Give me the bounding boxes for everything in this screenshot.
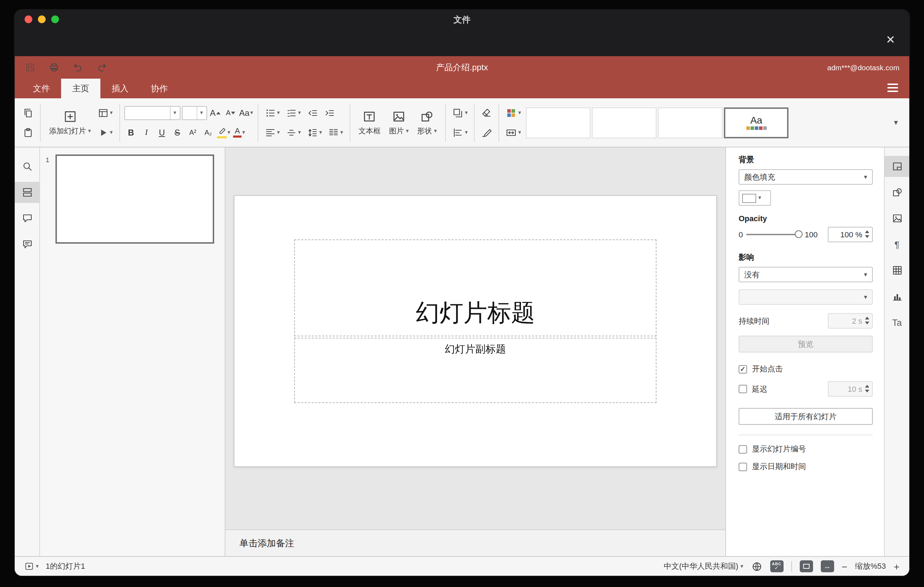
underline-button[interactable]: U — [155, 125, 169, 140]
color-scheme-button[interactable]: ▾ — [503, 104, 523, 121]
arrow-down-icon — [231, 111, 236, 114]
opacity-slider[interactable] — [746, 234, 801, 235]
columns-button[interactable]: ▾ — [325, 124, 345, 141]
comments-button[interactable] — [15, 208, 40, 229]
theme-option-selected[interactable]: Aa — [724, 107, 789, 138]
increase-indent-button[interactable] — [321, 104, 337, 121]
bold-button[interactable]: B — [124, 125, 138, 140]
chevron-down-icon[interactable]: ▾ — [196, 106, 206, 119]
start-slideshow-status-button[interactable]: ▾ — [25, 562, 39, 571]
show-date-time-checkbox[interactable] — [739, 462, 747, 471]
horizontal-align-button[interactable]: ▾ — [262, 124, 282, 141]
shape-settings-button[interactable] — [884, 182, 909, 203]
subscript-button[interactable]: A₂ — [201, 125, 215, 140]
start-slideshow-button[interactable]: ▾ — [95, 124, 115, 141]
numbered-list-button[interactable]: ▾ — [283, 104, 303, 121]
text-box-button[interactable]: 文本框 — [354, 102, 385, 143]
zoom-in-button[interactable]: + — [894, 561, 899, 571]
delay-spinner[interactable]: 10 s — [828, 381, 873, 397]
delay-checkbox[interactable] — [739, 385, 747, 393]
tab-file[interactable]: 文件 — [22, 79, 61, 98]
slides-panel-button[interactable] — [15, 182, 40, 203]
document-title: 产品介绍.pptx — [15, 61, 909, 73]
decrease-indent-button[interactable] — [304, 104, 320, 121]
copy-style-button[interactable] — [479, 124, 494, 141]
set-language-button[interactable] — [751, 561, 762, 572]
opacity-slider-thumb[interactable] — [795, 230, 802, 238]
tab-collaboration[interactable]: 协作 — [140, 79, 179, 98]
chevron-down-icon: ▾ — [298, 110, 301, 115]
arrange-button[interactable]: ▾ — [450, 104, 470, 121]
search-button[interactable] — [15, 156, 40, 177]
theme-gallery-expand-button[interactable]: ▾ — [888, 107, 904, 138]
change-case-button[interactable]: Aa▾ — [239, 105, 253, 120]
theme-option[interactable] — [526, 107, 591, 138]
fit-width-button[interactable]: ↔ — [820, 560, 834, 572]
opacity-spinner[interactable]: 100 % — [828, 227, 873, 242]
theme-option[interactable] — [658, 107, 723, 138]
slide-settings-button[interactable] — [884, 156, 909, 177]
highlight-color-button[interactable]: ▾ — [216, 125, 231, 140]
chat-button[interactable] — [15, 234, 40, 255]
font-color-button[interactable]: A ▾ — [232, 125, 246, 140]
italic-button[interactable]: I — [139, 125, 153, 140]
chevron-down-icon[interactable]: ▾ — [170, 106, 180, 119]
slide-thumbnail[interactable] — [56, 155, 214, 244]
preview-button[interactable]: 预览 — [739, 336, 873, 353]
shape-button[interactable]: 形状▾ — [413, 102, 441, 143]
vertical-align-button[interactable]: ▾ — [283, 124, 303, 141]
text-art-settings-button[interactable]: Ta — [884, 312, 909, 333]
show-date-time-label: 显示日期和时间 — [752, 461, 806, 472]
status-bar: ▾ 1的幻灯片1 中文(中华人民共和国) ▾ ABC — [15, 556, 909, 576]
table-settings-button[interactable] — [884, 260, 909, 281]
tab-insert[interactable]: 插入 — [101, 79, 140, 98]
add-slide-button[interactable]: 添加幻灯片▾ — [45, 102, 95, 143]
image-button[interactable]: 图片▾ — [385, 102, 413, 143]
chat-icon — [21, 239, 33, 250]
superscript-button[interactable]: A² — [186, 125, 200, 140]
effect-dropdown[interactable]: 没有 ▾ — [739, 267, 873, 282]
tab-home[interactable]: 主页 — [61, 79, 101, 98]
font-size-combobox[interactable]: ▾ — [182, 106, 207, 120]
strikethrough-button[interactable]: S — [170, 125, 184, 140]
chart-settings-button[interactable] — [884, 286, 909, 307]
language-button[interactable]: 中文(中华人民共和国) ▾ — [664, 561, 744, 572]
spellcheck-button[interactable]: ABC ✓ — [770, 560, 783, 572]
background-fill-dropdown[interactable]: 颜色填充 ▾ — [739, 169, 873, 185]
bullet-list-button[interactable]: ▾ — [262, 104, 282, 121]
title-placeholder[interactable]: 幻灯片标题 — [294, 239, 657, 336]
apply-to-all-slides-button[interactable]: 适用于所有幻灯片 — [739, 408, 873, 425]
image-settings-button[interactable] — [884, 208, 909, 229]
slide-layout-button[interactable]: ▾ — [95, 104, 115, 121]
duration-spinner[interactable]: 2 s — [828, 313, 873, 329]
copy-button[interactable] — [20, 104, 36, 121]
font-name-combobox[interactable]: ▾ — [124, 106, 180, 120]
increase-font-button[interactable]: A — [208, 105, 222, 120]
line-spacing-button[interactable]: ▾ — [304, 124, 324, 141]
paragraph-settings-button[interactable]: ¶ — [884, 234, 909, 255]
effect-type-dropdown[interactable]: ▾ — [739, 289, 873, 305]
print-button[interactable] — [48, 62, 60, 73]
undo-button[interactable] — [72, 62, 84, 73]
theme-option[interactable] — [592, 107, 657, 138]
show-slide-number-checkbox[interactable] — [739, 445, 747, 453]
subtitle-placeholder[interactable]: 幻灯片副标题 — [294, 337, 657, 403]
redo-button[interactable] — [96, 62, 107, 73]
paste-button[interactable] — [20, 124, 36, 141]
notes-bar[interactable]: 单击添加备注 — [225, 529, 725, 556]
slide[interactable]: 幻灯片标题 幻灯片副标题 — [234, 195, 717, 467]
fit-slide-button[interactable] — [799, 560, 813, 572]
close-icon[interactable]: ✕ — [886, 35, 895, 46]
start-on-click-checkbox[interactable]: ✓ — [739, 365, 747, 373]
save-button[interactable] — [25, 62, 36, 73]
zoom-out-button[interactable]: − — [842, 561, 847, 571]
decrease-font-button[interactable]: A — [224, 105, 238, 120]
table-icon — [891, 265, 903, 276]
slide-size-button[interactable]: ▾ — [503, 124, 523, 141]
background-color-picker[interactable]: ▾ — [739, 190, 771, 206]
toolbar-separator — [498, 104, 499, 142]
menu-icon[interactable] — [888, 84, 898, 92]
align-shapes-button[interactable]: ▾ — [450, 124, 470, 141]
spinner-arrows[interactable] — [865, 230, 869, 238]
clear-style-button[interactable] — [479, 104, 494, 121]
